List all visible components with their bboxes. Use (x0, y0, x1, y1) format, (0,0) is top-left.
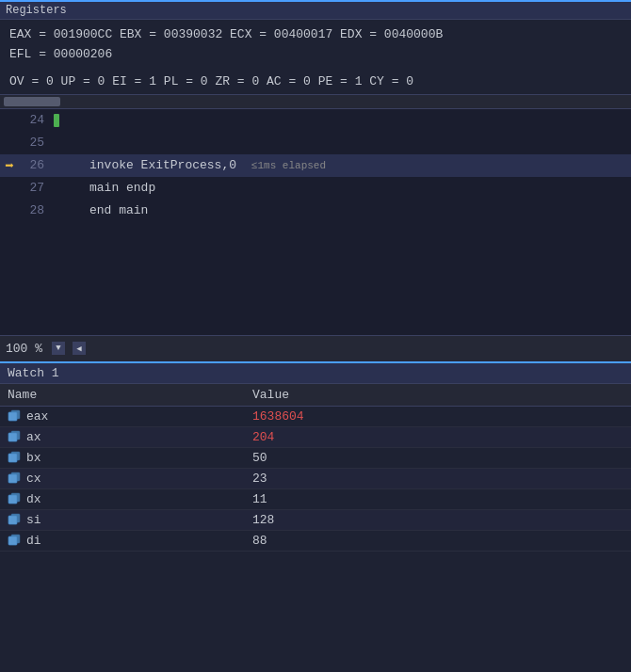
watch-value-di: 88 (245, 530, 433, 551)
watch-value-dx: 11 (245, 488, 433, 509)
registers-content: EAX = 001900CC EBX = 00390032 ECX = 0040… (0, 20, 631, 71)
zoom-value: 100 % (6, 342, 48, 356)
invoke-text: invoke ExitProcess,0 (89, 158, 236, 172)
watch-value-si: 128 (245, 509, 433, 530)
watch-name-label-bx: bx (26, 451, 41, 465)
code-line-26: ➡ 26 invoke ExitProcess,0 ≤1ms elapsed (0, 154, 631, 177)
watch-value-bx: 50 (245, 447, 433, 468)
cube-icon-cx (8, 472, 21, 485)
horizontal-scrollbar[interactable] (0, 94, 631, 109)
svg-rect-20 (8, 536, 17, 545)
watch-table: Name Value eax1638604 ax204 bx50 cx23 dx… (0, 384, 631, 552)
watch-extra-si (433, 509, 631, 530)
registers-row-1: EAX = 001900CC EBX = 00390032 ECX = 0040… (9, 25, 622, 45)
svg-rect-5 (8, 433, 17, 441)
line-code-26: invoke ExitProcess,0 ≤1ms elapsed (61, 158, 326, 172)
watch-name-label-di: di (26, 534, 41, 548)
line-code-28: end main (61, 203, 148, 217)
code-line-27: 27 main endp (0, 177, 631, 200)
watch-name-label-dx: dx (26, 492, 41, 506)
watch-name-bx: bx (0, 447, 245, 468)
code-line-24: 24 (0, 109, 631, 132)
watch-extra-di (433, 530, 631, 551)
watch-row-si[interactable]: si128 (0, 509, 631, 530)
line-code-27: main endp (61, 181, 155, 195)
watch-row-cx[interactable]: cx23 (0, 468, 631, 488)
line-dot-24 (52, 114, 61, 127)
watch-name-si: si (0, 509, 245, 530)
watch-value-ax: 204 (245, 426, 433, 447)
cube-icon-bx (8, 451, 21, 464)
line-number-26: 26 (19, 158, 52, 172)
watch-name-label-cx: cx (26, 472, 41, 486)
code-line-25: 25 (0, 132, 631, 154)
watch-extra-ax (433, 426, 631, 447)
cube-icon-dx (8, 492, 21, 505)
watch-extra-bx (433, 447, 631, 468)
watch-name-label-si: si (26, 513, 41, 527)
watch-name-dx: dx (0, 488, 245, 509)
svg-rect-2 (8, 412, 17, 421)
watch-row-bx[interactable]: bx50 (0, 447, 631, 468)
code-line-28: 28 end main (0, 200, 631, 222)
col-header-extra (433, 384, 631, 407)
col-header-name: Name (0, 384, 245, 407)
watch-row-di[interactable]: di88 (0, 530, 631, 551)
cube-icon-si (8, 513, 21, 526)
watch-extra-cx (433, 468, 631, 488)
cube-icon-ax (8, 430, 21, 443)
line-number-27: 27 (19, 181, 52, 195)
line-number-28: 28 (19, 203, 52, 217)
line-number-25: 25 (19, 136, 52, 150)
flags-row: OV = 0 UP = 0 EI = 1 PL = 0 ZR = 0 AC = … (0, 71, 631, 94)
registers-panel: Registers EAX = 001900CC EBX = 00390032 … (0, 0, 631, 94)
svg-rect-14 (8, 495, 17, 504)
line-number-24: 24 (19, 113, 52, 127)
watch-name-eax: eax (0, 406, 245, 426)
cube-icon-eax (8, 409, 21, 423)
svg-rect-11 (8, 474, 17, 483)
line-indicator-26: ➡ (0, 156, 19, 175)
watch-title: Watch 1 (0, 363, 631, 384)
scrollbar-thumb[interactable] (4, 97, 60, 106)
watch-extra-dx (433, 488, 631, 509)
cube-icon-di (8, 534, 21, 547)
registers-row-2: EFL = 00000206 (9, 45, 622, 65)
zoom-bar: 100 % ▼ ◀ (0, 335, 631, 361)
timing-text: ≤1ms elapsed (251, 160, 326, 171)
col-header-value: Value (245, 384, 433, 407)
watch-name-label-ax: ax (26, 430, 41, 444)
code-empty-area (0, 222, 631, 335)
registers-title: Registers (0, 2, 631, 20)
watch-name-label-eax: eax (26, 409, 48, 424)
watch-name-cx: cx (0, 468, 245, 488)
watch-name-di: di (0, 530, 245, 551)
watch-panel: Watch 1 Name Value eax1638604 ax204 bx50… (0, 361, 631, 552)
watch-value-eax: 1638604 (245, 406, 433, 426)
svg-rect-17 (8, 516, 17, 524)
zoom-scroll-button[interactable]: ◀ (73, 342, 86, 355)
svg-rect-8 (8, 454, 17, 462)
zoom-dropdown-button[interactable]: ▼ (52, 342, 65, 355)
watch-name-ax: ax (0, 426, 245, 447)
watch-extra-eax (433, 406, 631, 426)
watch-value-cx: 23 (245, 468, 433, 488)
code-panel: 24 25 ➡ 26 invoke ExitProcess,0 ≤1ms ela… (0, 109, 631, 335)
watch-row-ax[interactable]: ax204 (0, 426, 631, 447)
watch-row-dx[interactable]: dx11 (0, 488, 631, 509)
watch-row-eax[interactable]: eax1638604 (0, 406, 631, 426)
